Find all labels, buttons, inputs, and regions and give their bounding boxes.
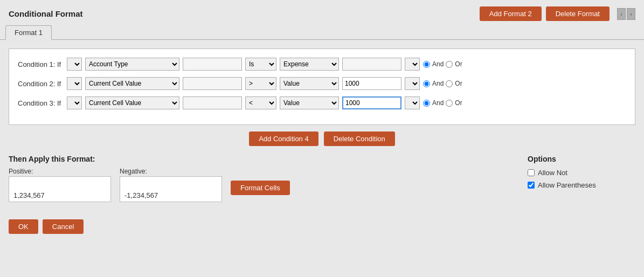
- footer: OK Cancel: [0, 214, 644, 243]
- condition-1-field-select[interactable]: Account Type Current Cell Value Budget D…: [85, 58, 179, 71]
- conditions-area: Condition 1: If Account Type Current Cel…: [9, 49, 635, 125]
- condition-1-and-radio[interactable]: [423, 61, 430, 68]
- dialog-title: Conditional Format: [9, 9, 83, 18]
- condition-3-extra2-select[interactable]: [405, 96, 420, 109]
- condition-3-blank-input[interactable]: [183, 96, 242, 109]
- negative-format-field: Negative: -1,234,567: [120, 168, 222, 202]
- title-bar-actions: Add Format 2 Delete Format ‹ ›: [480, 6, 635, 21]
- condition-2-radio-group: And Or: [423, 80, 462, 87]
- condition-row-1: Condition 1: If Account Type Current Cel…: [18, 58, 626, 71]
- condition-3-or-radio[interactable]: [446, 100, 453, 107]
- condition-3-radio-group: And Or: [423, 99, 462, 107]
- format-section: Then Apply this Format: Positive: 1,234,…: [9, 155, 517, 202]
- allow-not-option: Allow Not: [528, 169, 635, 177]
- condition-3-extra-select[interactable]: [67, 96, 82, 109]
- allow-parentheses-label: Allow Parentheses: [538, 181, 596, 189]
- negative-value: -1,234,567: [124, 191, 158, 199]
- allow-parentheses-option: Allow Parentheses: [528, 181, 635, 189]
- negative-label: Negative:: [120, 168, 222, 175]
- delete-format-button[interactable]: Delete Format: [546, 6, 610, 21]
- condition-2-operator-select[interactable]: > >= < <= =: [245, 77, 276, 90]
- condition-2-and-radio[interactable]: [423, 80, 430, 87]
- condition-3-field-select[interactable]: Current Cell Value Account Type Budget D…: [85, 96, 179, 109]
- condition-2-label: Condition 2: If: [18, 80, 64, 88]
- format-cells-button[interactable]: Format Cells: [231, 181, 290, 195]
- add-format-button[interactable]: Add Format 2: [480, 6, 542, 21]
- cancel-button[interactable]: Cancel: [43, 219, 84, 234]
- condition-2-value-input[interactable]: [342, 77, 401, 90]
- condition-row-2: Condition 2: If Current Cell Value Accou…: [18, 77, 626, 90]
- condition-2-or-radio[interactable]: [446, 80, 453, 87]
- positive-format-field: Positive: 1,234,567: [9, 168, 111, 202]
- condition-3-and-radio[interactable]: [423, 100, 430, 107]
- condition-2-and-label: And: [432, 80, 444, 87]
- condition-1-extra2-select[interactable]: [405, 58, 420, 71]
- condition-2-blank-input[interactable]: [183, 77, 242, 90]
- condition-1-or-radio[interactable]: [446, 61, 453, 68]
- condition-2-valuetype-select[interactable]: Value Expense Income: [280, 77, 339, 90]
- main-content: Condition 1: If Account Type Current Cel…: [0, 40, 644, 214]
- condition-1-value-input[interactable]: [342, 58, 401, 71]
- condition-3-value-input[interactable]: [342, 96, 401, 109]
- condition-1-blank-input[interactable]: [183, 58, 242, 71]
- bottom-section: Then Apply this Format: Positive: 1,234,…: [9, 155, 635, 207]
- title-bar: Conditional Format Add Format 2 Delete F…: [0, 0, 644, 25]
- dialog: Conditional Format Add Format 2 Delete F…: [0, 0, 644, 277]
- allow-not-label: Allow Not: [538, 169, 567, 177]
- condition-2-or-label: Or: [455, 80, 462, 87]
- condition-actions: Add Condition 4 Delete Condition: [9, 131, 635, 146]
- allow-not-checkbox[interactable]: [528, 169, 535, 176]
- positive-label: Positive:: [9, 168, 111, 175]
- condition-1-extra-select[interactable]: [67, 58, 82, 71]
- condition-1-operator-select[interactable]: Is Is Not: [245, 58, 276, 71]
- tab-format1[interactable]: Format 1: [5, 25, 52, 40]
- condition-2-extra-select[interactable]: [67, 77, 82, 90]
- condition-2-extra2-select[interactable]: [405, 77, 420, 90]
- nav-next-arrow[interactable]: ›: [627, 8, 635, 20]
- condition-3-operator-select[interactable]: < <= > >= =: [245, 96, 276, 109]
- nav-arrows: ‹ ›: [617, 8, 635, 20]
- condition-3-and-label: And: [432, 99, 444, 107]
- condition-1-radio-group: And Or: [423, 60, 462, 68]
- delete-condition-button[interactable]: Delete Condition: [324, 131, 395, 146]
- condition-3-valuetype-select[interactable]: Value Expense Income: [280, 96, 339, 109]
- condition-3-label: Condition 3: If: [18, 99, 64, 107]
- positive-value: 1,234,567: [13, 191, 45, 199]
- condition-row-3: Condition 3: If Current Cell Value Accou…: [18, 96, 626, 109]
- condition-2-field-select[interactable]: Current Cell Value Account Type Budget D…: [85, 77, 179, 90]
- ok-button[interactable]: OK: [9, 219, 38, 234]
- nav-prev-arrow[interactable]: ‹: [617, 8, 626, 20]
- condition-1-or-label: Or: [455, 60, 462, 68]
- format-fields: Positive: 1,234,567 Negative: -1,234,567…: [9, 168, 517, 202]
- add-condition-button[interactable]: Add Condition 4: [249, 131, 318, 146]
- options-section: Options Allow Not Allow Parentheses: [517, 155, 635, 193]
- condition-1-label: Condition 1: If: [18, 60, 64, 68]
- condition-1-valuetype-select[interactable]: Expense Income Value: [280, 58, 339, 71]
- condition-1-and-label: And: [432, 60, 444, 68]
- negative-format-box: -1,234,567: [120, 176, 222, 202]
- format-section-title: Then Apply this Format:: [9, 155, 517, 163]
- format-cells-wrapper: Format Cells: [231, 181, 290, 195]
- positive-format-box: 1,234,567: [9, 176, 111, 202]
- options-title: Options: [528, 155, 635, 163]
- allow-parentheses-checkbox[interactable]: [528, 182, 535, 189]
- tabs-bar: Format 1: [0, 25, 644, 40]
- condition-3-or-label: Or: [455, 99, 462, 107]
